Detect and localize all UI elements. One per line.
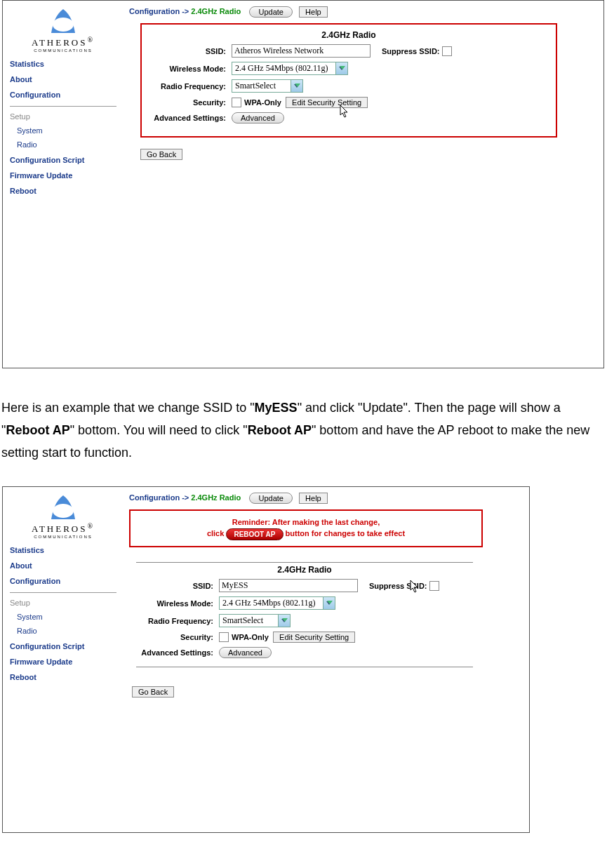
screenshot-config-after: ATHEROS® COMMUNICATIONS Statistics About… — [2, 486, 530, 833]
update-button[interactable]: Update — [249, 493, 292, 504]
logo-reg: ® — [87, 522, 95, 530]
breadcrumb-current: 2.4GHz Radio — [191, 493, 241, 502]
wpa-only-checkbox[interactable] — [219, 632, 229, 642]
radio-config-panel: 2.4GHz Radio SSID: Suppress SSID: Wirele… — [140, 23, 557, 138]
dropdown-arrow-icon — [323, 597, 335, 609]
nav-divider — [10, 592, 116, 593]
ssid-input[interactable] — [232, 44, 371, 58]
go-back-button[interactable]: Go Back — [132, 686, 174, 697]
edit-security-button[interactable]: Edit Security Setting — [273, 632, 355, 643]
nav-radio[interactable]: Radio — [17, 140, 116, 149]
panel-title: 2.4GHz Radio — [149, 30, 549, 40]
wpa-only-checkbox[interactable] — [232, 98, 241, 107]
breadcrumb-root: Configuration -> — [129, 493, 189, 502]
logo-name: ATHEROS — [32, 523, 88, 534]
advanced-settings-label: Advanced Settings: — [149, 114, 226, 122]
main-area: Configuration -> 2.4GHz Radio Update Hel… — [129, 4, 599, 160]
nav-setup-heading: Setup — [10, 112, 116, 121]
logo-sub: COMMUNICATIONS — [10, 535, 116, 539]
wireless-mode-value: 2.4 GHz 54Mbps (802.11g) — [222, 598, 316, 608]
nav-about[interactable]: About — [10, 561, 116, 570]
security-label: Security: — [149, 98, 226, 107]
radio-freq-value: SmartSelect — [235, 81, 276, 91]
suppress-ssid-checkbox[interactable] — [429, 581, 439, 591]
nav-statistics[interactable]: Statistics — [10, 546, 116, 554]
radio-freq-label: Radio Frequency: — [149, 82, 226, 91]
nav-statistics[interactable]: Statistics — [10, 60, 116, 68]
edit-security-button[interactable]: Edit Security Setting — [286, 97, 368, 108]
svg-point-0 — [53, 18, 74, 32]
breadcrumb: Configuration -> 2.4GHz Radio Update Hel… — [129, 493, 525, 504]
reboot-ap-button[interactable]: REBOOT AP — [226, 528, 283, 540]
advanced-settings-label: Advanced Settings: — [136, 648, 213, 657]
panel-title: 2.4GHz Radio — [136, 565, 473, 575]
dropdown-arrow-icon — [291, 80, 302, 92]
suppress-ssid-label: Suppress SSID: — [382, 47, 440, 55]
logo-reg: ® — [87, 36, 95, 44]
radio-freq-value: SmartSelect — [222, 615, 263, 626]
screenshot-config-before: ATHEROS® COMMUNICATIONS Statistics About… — [2, 0, 604, 368]
logo-sub: COMMUNICATIONS — [10, 48, 116, 53]
instruction-text: Here is an example that we change SSID t… — [1, 396, 606, 464]
reminder-text-1: Reminder: After making the last change, — [138, 518, 474, 526]
advanced-button[interactable]: Advanced — [232, 112, 284, 123]
nav-setup-heading: Setup — [10, 599, 116, 607]
nav-firmware-update[interactable]: Firmware Update — [10, 657, 116, 666]
main-area: Configuration -> 2.4GHz Radio Update Hel… — [129, 490, 525, 697]
reminder-panel: Reminder: After making the last change, … — [129, 509, 483, 547]
nav-reboot[interactable]: Reboot — [10, 673, 116, 681]
atheros-logo-icon — [48, 6, 78, 36]
atheros-logo-icon — [48, 493, 78, 522]
security-label: Security: — [136, 633, 213, 641]
nav-radio[interactable]: Radio — [17, 627, 116, 635]
update-button[interactable]: Update — [249, 6, 292, 18]
atheros-logo: ATHEROS® COMMUNICATIONS — [10, 6, 116, 53]
advanced-button[interactable]: Advanced — [219, 647, 272, 658]
wireless-mode-select[interactable]: 2.4 GHz 54Mbps (802.11g) — [219, 596, 335, 610]
atheros-logo: ATHEROS® COMMUNICATIONS — [10, 493, 116, 539]
wireless-mode-label: Wireless Mode: — [149, 65, 226, 73]
reminder-text-2a: click — [207, 529, 224, 538]
radio-freq-select[interactable]: SmartSelect — [219, 614, 291, 627]
breadcrumb: Configuration -> 2.4GHz Radio Update Hel… — [129, 6, 599, 18]
nav-divider — [10, 106, 116, 107]
breadcrumb-root: Configuration -> — [129, 7, 189, 15]
suppress-ssid-label: Suppress SSID: — [369, 582, 427, 590]
ssid-label: SSID: — [149, 47, 226, 55]
sidebar: ATHEROS® COMMUNICATIONS Statistics About… — [3, 1, 122, 202]
nav-configuration[interactable]: Configuration — [10, 577, 116, 585]
logo-name: ATHEROS — [32, 37, 88, 48]
radio-config-panel: 2.4GHz Radio SSID: Suppress SSID: Wirele… — [129, 554, 480, 678]
nav-firmware-update[interactable]: Firmware Update — [10, 171, 116, 180]
panel-divider — [136, 562, 473, 563]
sidebar: ATHEROS® COMMUNICATIONS Statistics About… — [3, 487, 122, 688]
go-back-button[interactable]: Go Back — [140, 149, 182, 160]
dropdown-arrow-icon — [335, 62, 347, 74]
nav-reboot[interactable]: Reboot — [10, 187, 116, 195]
wireless-mode-select[interactable]: 2.4 GHz 54Mbps (802.11g) — [232, 62, 348, 75]
help-button[interactable]: Help — [299, 493, 328, 504]
nav-system[interactable]: System — [17, 613, 116, 621]
wireless-mode-value: 2.4 GHz 54Mbps (802.11g) — [235, 63, 328, 74]
ssid-label: SSID: — [136, 582, 213, 590]
svg-point-1 — [53, 504, 74, 518]
panel-divider — [136, 667, 473, 667]
suppress-ssid-checkbox[interactable] — [442, 46, 452, 56]
nav-config-script[interactable]: Configuration Script — [10, 156, 116, 164]
nav-about[interactable]: About — [10, 75, 116, 84]
reminder-text-2b: button for changes to take effect — [286, 529, 406, 538]
radio-freq-select[interactable]: SmartSelect — [232, 79, 303, 93]
breadcrumb-current: 2.4GHz Radio — [191, 7, 241, 15]
radio-freq-label: Radio Frequency: — [136, 617, 213, 625]
ssid-input[interactable] — [219, 579, 358, 592]
nav-config-script[interactable]: Configuration Script — [10, 642, 116, 650]
dropdown-arrow-icon — [278, 615, 290, 627]
nav-system[interactable]: System — [17, 126, 116, 135]
wpa-only-label: WPA-Only — [244, 98, 281, 107]
help-button[interactable]: Help — [299, 6, 328, 18]
nav-configuration[interactable]: Configuration — [10, 91, 116, 99]
wpa-only-label: WPA-Only — [232, 633, 269, 641]
wireless-mode-label: Wireless Mode: — [136, 599, 213, 608]
